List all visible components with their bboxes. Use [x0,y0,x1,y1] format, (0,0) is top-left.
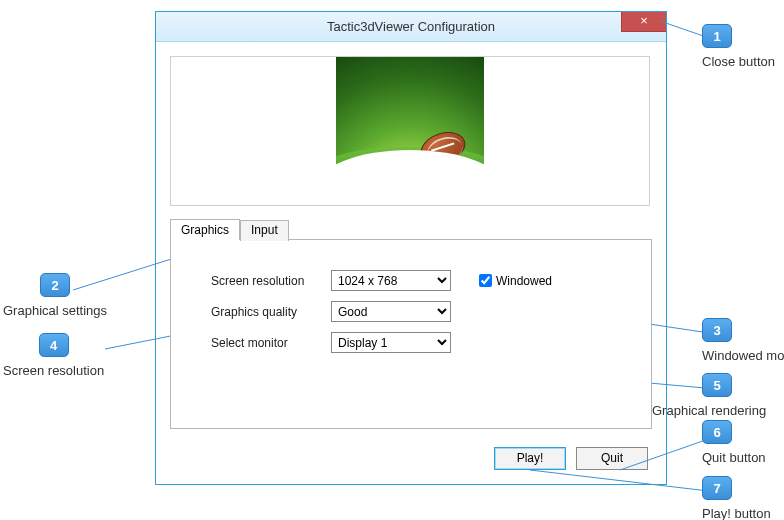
callout-4-label: Screen resolution [3,363,104,378]
label-quality: Graphics quality [211,305,331,319]
quit-button[interactable]: Quit [576,447,648,470]
row-quality: Graphics quality Good [211,301,611,322]
callout-4: 4 Screen resolution [3,333,104,378]
callout-3-bubble: 3 [702,318,732,342]
label-resolution: Screen resolution [211,274,331,288]
close-icon: × [640,13,648,28]
banner-image [336,57,484,205]
tab-container: Graphics Input Screen resolution 1024 x … [170,218,652,429]
play-button[interactable]: Play! [494,447,566,470]
tab-graphics[interactable]: Graphics [170,219,240,240]
window-title: Tactic3dViewer Configuration [327,19,495,34]
callout-7-bubble: 7 [702,476,732,500]
dialog-content: Graphics Input Screen resolution 1024 x … [156,42,666,443]
callout-7: 7 Play! button [702,476,771,520]
callout-6: 6 Quit button [702,420,766,465]
tab-input[interactable]: Input [240,220,289,241]
callout-2: 2 Graphical settings [3,273,107,318]
banner-wave [336,150,484,205]
callout-3-label: Windowed mode [702,348,784,363]
tab-input-label: Input [251,223,278,237]
label-windowed: Windowed [496,274,552,288]
dialog-button-row: Play! Quit [494,447,648,470]
select-quality[interactable]: Good [331,301,451,322]
callout-5-label: Graphical rendering [652,403,766,418]
play-button-label: Play! [517,451,544,465]
callout-5-bubble: 5 [702,373,732,397]
callout-4-bubble: 4 [39,333,69,357]
callout-6-bubble: 6 [702,420,732,444]
select-monitor[interactable]: Display 1 [331,332,451,353]
callout-2-bubble: 2 [40,273,70,297]
callout-1-bubble: 1 [702,24,732,48]
tab-panel-graphics: Screen resolution 1024 x 768 Windowed Gr… [170,239,652,429]
callout-1-label: Close button [702,54,775,69]
select-resolution[interactable]: 1024 x 768 [331,270,451,291]
tab-row: Graphics Input [170,218,652,239]
callout-3: 3 Windowed mode [702,318,784,363]
titlebar: Tactic3dViewer Configuration × [156,12,666,42]
windowed-wrap[interactable]: Windowed [479,274,552,288]
callout-1: 1 Close button [702,24,775,69]
config-dialog: Tactic3dViewer Configuration × Graphics … [155,11,667,485]
row-monitor: Select monitor Display 1 [211,332,611,353]
callout-2-label: Graphical settings [3,303,107,318]
close-button[interactable]: × [621,12,666,32]
callout-5: 5 Graphical rendering [702,373,766,418]
quit-button-label: Quit [601,451,623,465]
checkbox-windowed[interactable] [479,274,492,287]
row-resolution: Screen resolution 1024 x 768 Windowed [211,270,611,291]
tab-graphics-label: Graphics [181,223,229,237]
callout-7-label: Play! button [702,506,771,520]
callout-6-label: Quit button [702,450,766,465]
label-monitor: Select monitor [211,336,331,350]
banner-area [170,56,650,206]
